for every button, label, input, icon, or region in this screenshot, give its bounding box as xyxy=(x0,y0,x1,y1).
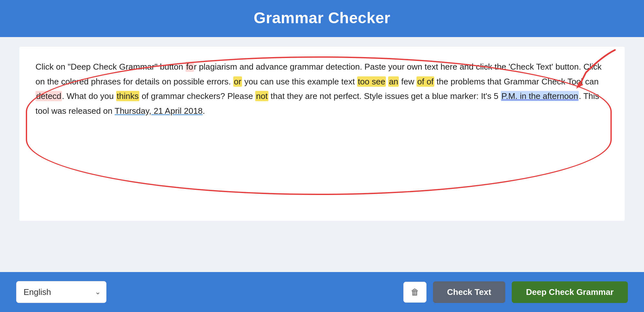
error-highlight-or[interactable]: or xyxy=(233,76,242,87)
error-highlight-fo[interactable]: fo xyxy=(186,62,194,72)
app-title: Grammar Checker xyxy=(0,9,644,27)
language-selector-wrapper: English Spanish French German Portuguese… xyxy=(16,281,106,303)
footer-buttons-group: 🗑 Check Text Deep Check Grammar xyxy=(403,281,628,303)
deep-check-grammar-button[interactable]: Deep Check Grammar xyxy=(512,281,628,303)
trash-icon: 🗑 xyxy=(411,287,419,297)
app-header: Grammar Checker xyxy=(0,0,644,37)
error-highlight-an[interactable]: an xyxy=(388,76,399,87)
error-highlight-not[interactable]: not xyxy=(255,91,268,101)
error-highlight-detecd[interactable]: detecd xyxy=(35,91,62,101)
check-text-button[interactable]: Check Text xyxy=(433,281,506,303)
style-highlight-afternoon[interactable]: P.M. in the afternoon xyxy=(501,91,579,101)
main-content: Click on "Deep Check Grammar" button for… xyxy=(0,37,644,272)
text-editor[interactable]: Click on "Deep Check Grammar" button for… xyxy=(19,47,625,221)
error-highlight-too-see[interactable]: too see xyxy=(357,76,386,87)
style-highlight-date[interactable]: Thursday, 21 April 2018 xyxy=(115,106,203,116)
language-select[interactable]: English Spanish French German Portuguese xyxy=(16,281,106,303)
grammar-text: Click on "Deep Check Grammar" button for… xyxy=(35,60,609,118)
clear-text-button[interactable]: 🗑 xyxy=(403,282,427,303)
error-highlight-of-of[interactable]: of of xyxy=(417,76,434,87)
app-footer: English Spanish French German Portuguese… xyxy=(0,272,644,312)
error-highlight-thinks[interactable]: thinks xyxy=(116,91,139,101)
